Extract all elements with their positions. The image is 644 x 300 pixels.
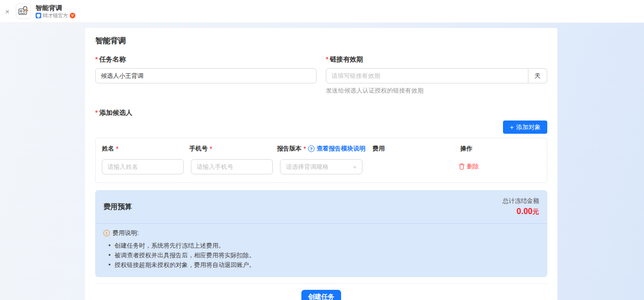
link-validity-input[interactable] [326, 68, 528, 83]
table-header-row: 姓名* 手机号* 报告版本* ? 查看报告模块说明 费用 操作 [102, 143, 541, 159]
frozen-amount-label: 总计冻结金额 [502, 197, 539, 205]
link-validity-group: 天 [326, 68, 547, 83]
task-name-field: *任务名称 [95, 55, 317, 95]
fee-note-item: 创建任务时，系统将先行冻结上述费用。 [108, 241, 539, 251]
add-candidate-button[interactable]: + 添加对象 [503, 121, 547, 134]
plus-icon: + [510, 124, 514, 131]
app-title: 智能背调 [36, 4, 75, 12]
link-validity-label: *链接有效期 [326, 55, 547, 64]
page-background: 智能背调 *任务名称 *链接有效期 天 发送给候选人认证授权的链接有效期 [0, 23, 644, 300]
candidate-row: 请选择背调规格 ∨ 删除 [102, 159, 541, 174]
fee-notes-list: 创建任务时，系统将先行冻结上述费用。 被调查者授权并出具报告后，相应费用将实际扣… [103, 241, 539, 270]
candidate-phone-input[interactable] [191, 159, 273, 174]
fee-note-item: 授权链接超期未授权的对象，费用将自动退回账户。 [108, 260, 539, 270]
report-version-select[interactable]: 请选择背调规格 ∨ [280, 159, 362, 174]
budget-top: 费用预算 总计冻结金额 0.00元 [95, 190, 547, 223]
form-row: *任务名称 *链接有效期 天 发送给候选人认证授权的链接有效期 [95, 55, 547, 95]
chevron-down-icon: ∨ [353, 165, 356, 169]
link-validity-help: 发送给候选人认证授权的链接有效期 [326, 86, 547, 95]
link-validity-field: *链接有效期 天 发送给候选人认证授权的链接有效期 [326, 55, 547, 95]
add-row: + 添加对象 [95, 121, 547, 134]
task-form-card: 智能背调 *任务名称 *链接有效期 天 发送给候选人认证授权的链接有效期 [85, 28, 557, 300]
fee-notes-title: ! 费用说明: [103, 229, 539, 237]
required-mark: * [116, 145, 119, 153]
org-name: 聘才猫官方 [43, 13, 68, 18]
top-header: × 智能背调 聘才猫官方 V [0, 0, 644, 23]
fee-notes-title-text: 费用说明: [113, 229, 138, 237]
org-shield-icon [36, 13, 41, 18]
fee-note-item: 被调查者授权并出具报告后，相应费用将实际扣除。 [108, 251, 539, 260]
candidate-name-input[interactable] [102, 159, 184, 174]
app-logo [16, 4, 31, 19]
required-mark: * [326, 55, 328, 63]
days-unit-addon: 天 [528, 68, 547, 83]
submit-row: 创建任务 [95, 284, 547, 300]
column-header-report-version: 报告版本* ? 查看报告模块说明 [277, 144, 366, 153]
task-name-label-text: 任务名称 [99, 55, 126, 63]
verified-icon: V [70, 13, 75, 18]
card-title: 智能背调 [95, 36, 547, 46]
candidates-section-label: *添加候选人 [95, 108, 547, 117]
column-header-fee: 费用 [373, 144, 453, 153]
actions-cell: 删除 [459, 162, 541, 172]
header-version-text: 报告版本 [277, 144, 301, 153]
app-subtitle: 聘才猫官方 V [36, 13, 75, 18]
link-validity-label-text: 链接有效期 [330, 55, 363, 63]
required-mark: * [95, 109, 98, 116]
header-phone-text: 手机号 [189, 144, 208, 153]
required-mark: * [95, 55, 98, 63]
budget-title: 费用预算 [103, 202, 132, 212]
info-circle-icon: ! [103, 230, 110, 236]
header-name-text: 姓名 [102, 144, 114, 153]
candidates-label-text: 添加候选人 [99, 109, 132, 116]
add-candidate-button-label: 添加对象 [516, 123, 541, 132]
idcard-magnifier-icon [18, 6, 29, 17]
report-modules-link[interactable]: 查看报告模块说明 [317, 144, 366, 153]
delete-label: 删除 [467, 162, 479, 171]
candidates-table: 姓名* 手机号* 报告版本* ? 查看报告模块说明 费用 操作 [95, 138, 547, 183]
budget-total: 总计冻结金额 0.00元 [502, 197, 539, 217]
question-circle-icon[interactable]: ? [308, 145, 315, 152]
task-name-label: *任务名称 [95, 55, 317, 64]
budget-panel: 费用预算 总计冻结金额 0.00元 ! 费用说明: 创建任务时，系统将先行冻结上… [95, 190, 547, 277]
column-header-name: 姓名* [102, 144, 182, 153]
required-mark: * [210, 145, 212, 153]
trash-icon [459, 163, 465, 170]
column-header-actions: 操作 [460, 144, 541, 153]
delete-row-button[interactable]: 删除 [459, 162, 479, 171]
header-titles: 智能背调 聘才猫官方 V [36, 4, 75, 18]
task-name-input[interactable] [95, 68, 317, 83]
amount-number: 0.00 [517, 207, 533, 216]
required-mark: * [303, 145, 306, 153]
header-fee-text: 费用 [373, 144, 385, 153]
column-header-phone: 手机号* [189, 144, 270, 153]
budget-notes: ! 费用说明: 创建任务时，系统将先行冻结上述费用。 被调查者授权并出具报告后，… [95, 224, 547, 277]
close-icon[interactable]: × [5, 8, 10, 15]
amount-unit: 元 [533, 208, 539, 216]
select-placeholder: 请选择背调规格 [286, 163, 328, 171]
header-actions-text: 操作 [460, 144, 472, 153]
create-task-button[interactable]: 创建任务 [301, 290, 341, 300]
frozen-amount-value: 0.00元 [502, 207, 539, 217]
